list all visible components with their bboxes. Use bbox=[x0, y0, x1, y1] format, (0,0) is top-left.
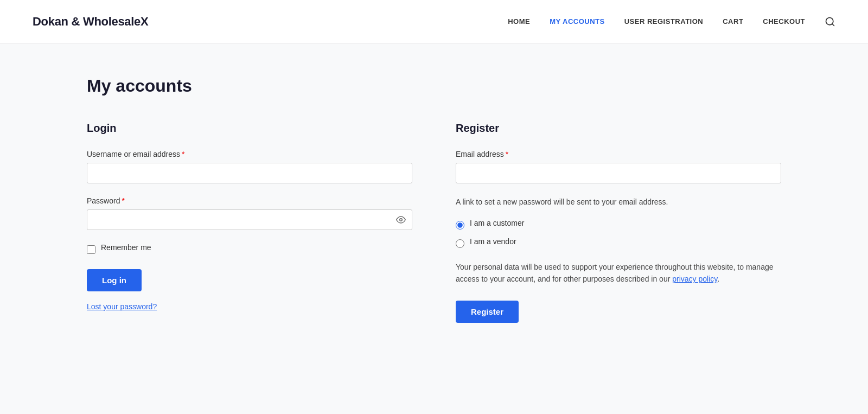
email-field-group: Email address* bbox=[456, 150, 781, 183]
email-required: * bbox=[506, 150, 508, 158]
toggle-password-button[interactable] bbox=[396, 215, 406, 225]
login-button[interactable]: Log in bbox=[87, 269, 142, 291]
role-radio-group: I am a customer I am a vendor bbox=[456, 219, 781, 250]
password-label: Password* bbox=[87, 196, 412, 205]
vendor-radio[interactable] bbox=[456, 239, 464, 248]
password-wrapper bbox=[87, 209, 412, 230]
search-icon bbox=[825, 16, 835, 27]
email-input[interactable] bbox=[456, 163, 781, 183]
password-field-group: Password* bbox=[87, 196, 412, 230]
svg-point-2 bbox=[400, 219, 403, 221]
nav-user-registration[interactable]: USER REGISTRATION bbox=[624, 17, 704, 26]
nav-cart[interactable]: CART bbox=[723, 17, 743, 26]
customer-radio-label[interactable]: I am a customer bbox=[470, 219, 524, 227]
page-title: My accounts bbox=[87, 76, 781, 96]
lost-password-link[interactable]: Lost your password? bbox=[87, 302, 412, 311]
vendor-radio-item: I am a vendor bbox=[456, 237, 781, 250]
username-required: * bbox=[182, 150, 184, 158]
nav-home[interactable]: HOME bbox=[508, 17, 530, 26]
email-label: Email address* bbox=[456, 150, 781, 158]
search-button[interactable] bbox=[825, 16, 835, 27]
username-field-group: Username or email address* bbox=[87, 150, 412, 183]
login-title: Login bbox=[87, 122, 412, 135]
password-required: * bbox=[122, 196, 124, 205]
username-label: Username or email address* bbox=[87, 150, 412, 158]
customer-radio[interactable] bbox=[456, 221, 464, 230]
register-section: Register Email address* A link to set a … bbox=[456, 122, 781, 323]
register-title: Register bbox=[456, 122, 781, 135]
main-nav: HOME MY ACCOUNTS USER REGISTRATION CART … bbox=[508, 16, 835, 27]
vendor-radio-label[interactable]: I am a vendor bbox=[470, 237, 516, 246]
eye-icon bbox=[396, 215, 406, 225]
login-section: Login Username or email address* Passwor… bbox=[87, 122, 412, 323]
remember-me-label[interactable]: Remember me bbox=[101, 243, 151, 252]
remember-me-row: Remember me bbox=[87, 243, 412, 256]
privacy-policy-link[interactable]: privacy policy bbox=[672, 275, 717, 283]
privacy-notice: Your personal data will be used to suppo… bbox=[456, 261, 781, 285]
svg-line-1 bbox=[832, 23, 834, 26]
nav-checkout[interactable]: CHECKOUT bbox=[763, 17, 805, 26]
site-title: Dokan & WholesaleX bbox=[33, 15, 148, 29]
remember-me-checkbox[interactable] bbox=[87, 245, 95, 254]
username-input[interactable] bbox=[87, 163, 412, 183]
password-input[interactable] bbox=[87, 209, 412, 230]
nav-my-accounts[interactable]: MY ACCOUNTS bbox=[550, 17, 605, 26]
register-button[interactable]: Register bbox=[456, 301, 519, 323]
password-hint: A link to set a new password will be sen… bbox=[456, 196, 781, 208]
customer-radio-item: I am a customer bbox=[456, 219, 781, 232]
